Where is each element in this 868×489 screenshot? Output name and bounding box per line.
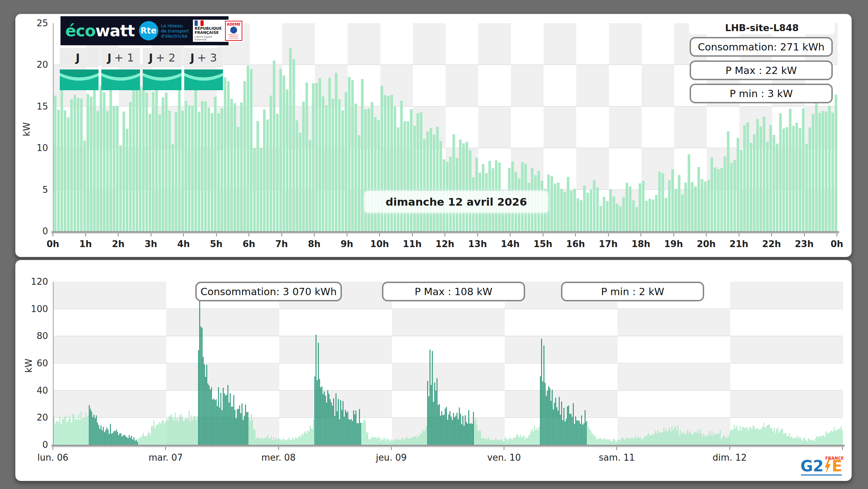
ademe-globe-icon: [230, 27, 237, 34]
tab-j1[interactable]: J+ 1: [101, 48, 140, 67]
date-label: dimanche 12 avril 2026: [365, 191, 548, 213]
y-tick-label: 5: [29, 185, 48, 195]
x-tick-label: sam. 11: [599, 452, 635, 463]
day-consumption-badge: Consommation: 271 kWh: [690, 37, 833, 57]
republique-francaise-logo: RÉPUBLIQUE FRANÇAISE Liberté Égalité Fra…: [193, 20, 244, 42]
week-pmax-badge: P Max : 108 kW: [382, 282, 525, 301]
x-tick-label: 8h: [308, 239, 321, 249]
ecowatt-gauge-j[interactable]: [60, 69, 99, 90]
y-tick-label: 40: [29, 385, 48, 396]
x-tick-label: 13h: [468, 239, 487, 249]
day-chart-panel: 0h1h2h3h4h5h6h7h8h9h10h11h12h13h14h15h16…: [15, 14, 852, 257]
g2e-lightning-icon: [824, 459, 831, 474]
day-pmax-badge: P Max : 22 kW: [690, 60, 833, 80]
x-tick-label: jeu. 09: [376, 452, 407, 463]
y-tick-label: 20: [29, 412, 48, 423]
week-chart-panel: lun. 06mar. 07mer. 08jeu. 09ven. 10sam. …: [15, 260, 852, 481]
tab-j2[interactable]: J+ 2: [143, 48, 181, 67]
x-tick-label: 0h: [47, 239, 59, 249]
x-tick-label: 11h: [403, 239, 422, 249]
week-chart-plot: [53, 282, 842, 445]
g2e-e-text: E: [832, 459, 842, 474]
g2e-france-label: FRANCE: [825, 456, 844, 461]
x-tick-label: 6h: [243, 239, 255, 249]
ademe-logo: ADEME AGENCE DE LA TRANSITION ÉCOLOGIQUE: [225, 21, 243, 41]
g2e-logo: FRANCE G2 E: [795, 455, 847, 478]
y-tick-label: 0: [29, 440, 48, 450]
x-tick-label: 17h: [599, 239, 618, 249]
x-tick-label: mar. 07: [149, 452, 183, 463]
y-tick-label: 25: [29, 18, 48, 28]
x-tick-label: 2h: [112, 239, 125, 249]
x-tick-label: lun. 06: [37, 452, 68, 463]
x-tick-label: 4h: [177, 239, 190, 249]
x-tick-label: ven. 10: [487, 452, 521, 463]
x-tick-label: 12h: [436, 239, 455, 249]
y-tick-label: 15: [29, 101, 48, 112]
week-consumption-badge: Consommation: 3 070 kWh: [195, 282, 342, 301]
x-tick-label: 19h: [664, 239, 683, 249]
ecowatt-logo-watt: watt: [95, 21, 135, 40]
x-tick-label: dim. 12: [712, 452, 747, 463]
tab-j3[interactable]: J+ 3: [184, 48, 223, 67]
x-tick-label: 16h: [566, 239, 585, 249]
site-title: LHB-site-L848: [689, 22, 835, 34]
y-tick-label: 20: [29, 59, 48, 70]
week-pmin-badge: P min : 2 kW: [561, 282, 704, 301]
x-tick-label: 9h: [340, 239, 353, 249]
x-tick-label: 18h: [632, 239, 651, 249]
ecowatt-gauge-j3[interactable]: [184, 69, 223, 90]
x-tick-label: 3h: [144, 239, 157, 249]
day-pmin-badge: P min : 3 kW: [690, 84, 833, 103]
x-tick-label: mer. 08: [261, 452, 296, 463]
week-chart-y-axis-title: kW: [24, 359, 34, 373]
ecowatt-logo: écowatt: [65, 21, 135, 40]
forecast-tabs: J J+ 1 J+ 2 J+ 3: [60, 48, 223, 67]
x-tick-label: 14h: [501, 239, 520, 249]
ecowatt-header: écowatt Rte Le réseau de transport d'éle…: [60, 16, 228, 45]
g2e-g2-text: G2: [801, 459, 824, 474]
x-tick-label: 20h: [697, 239, 716, 249]
x-tick-label: 23h: [795, 239, 814, 249]
rte-logo: Rte Le réseau de transport d'électricité: [139, 21, 189, 40]
x-tick-label: 21h: [729, 239, 748, 249]
ecowatt-gauge-j1[interactable]: [101, 69, 140, 90]
x-tick-label: 22h: [762, 239, 781, 249]
tab-j[interactable]: J: [60, 48, 99, 67]
rte-circle-icon: Rte: [139, 21, 158, 40]
ecowatt-logo-eco: éco: [65, 21, 95, 40]
y-tick-label: 0: [29, 226, 48, 236]
x-tick-label: 1h: [79, 239, 92, 249]
ecowatt-gauge-j2[interactable]: [143, 69, 181, 90]
x-tick-label: 5h: [210, 239, 223, 249]
y-tick-label: 10: [29, 143, 48, 153]
rte-tagline: Le réseau de transport d'électricité: [161, 23, 189, 39]
y-tick-label: 120: [29, 276, 48, 287]
day-chart-y-axis-title: kW: [21, 122, 32, 137]
x-tick-label: 15h: [533, 239, 552, 249]
french-flag-icon: [195, 20, 204, 26]
x-tick-label: 10h: [370, 239, 389, 249]
x-tick-label: 0h: [831, 239, 843, 249]
y-tick-label: 100: [29, 304, 48, 314]
y-tick-label: 80: [29, 331, 48, 341]
x-tick-label: 7h: [275, 239, 288, 249]
ecowatt-gauges: [60, 69, 223, 90]
